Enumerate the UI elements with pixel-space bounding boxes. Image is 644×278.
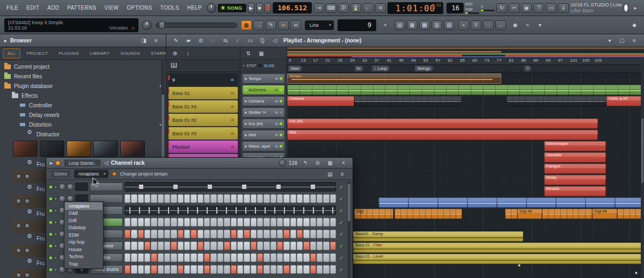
- browser-tab[interactable]: ALL: [3, 48, 20, 58]
- pattern-item[interactable]: Bass 01 ılı: [169, 87, 238, 99]
- step-button[interactable]: [323, 230, 329, 238]
- achievement-button[interactable]: [624, 4, 628, 12]
- step-button[interactable]: [197, 265, 203, 274]
- mute-dot[interactable]: [54, 185, 57, 189]
- step-button[interactable]: [257, 253, 263, 262]
- add-icon[interactable]: +: [243, 64, 245, 68]
- step-button[interactable]: [303, 230, 309, 238]
- picker-filter[interactable]: Ш: [166, 60, 240, 72]
- browser-header[interactable]: ▸ Browser ◨≡: [0, 34, 166, 47]
- step-button[interactable]: [191, 242, 196, 250]
- step-button[interactable]: [178, 265, 184, 274]
- step-button[interactable]: [178, 253, 184, 262]
- value-display[interactable]: 9: [338, 19, 376, 31]
- select-tool-icon[interactable]: ▭: [245, 36, 255, 46]
- track-led[interactable]: [280, 111, 282, 114]
- main-volume-knob[interactable]: [207, 3, 216, 13]
- browser-item[interactable]: Current project: [0, 62, 166, 71]
- timeline-marker[interactable]: ?: [524, 65, 531, 71]
- step-button[interactable]: [191, 230, 196, 238]
- step-button[interactable]: [330, 265, 336, 274]
- wait-for-input-icon[interactable]: ⌛: [350, 3, 361, 13]
- step-button[interactable]: [270, 242, 276, 250]
- track-header[interactable]: AcDrums ılı: [242, 85, 285, 95]
- channel-check-icon[interactable]: [338, 196, 345, 202]
- step-button[interactable]: [138, 242, 144, 250]
- channel-check-icon[interactable]: [338, 184, 345, 190]
- menu-item[interactable]: Hip hop: [65, 239, 103, 246]
- track-header[interactable]: Dry (M) ılı: [242, 119, 285, 129]
- step-button[interactable]: [330, 253, 336, 262]
- step-button[interactable]: [237, 230, 243, 238]
- step-button[interactable]: [184, 230, 190, 238]
- mute-tool-icon[interactable]: ◌: [208, 36, 218, 46]
- step-button[interactable]: [283, 242, 289, 250]
- playlist-clip[interactable]: Digi #8: [592, 209, 618, 219]
- step-button[interactable]: [290, 265, 296, 274]
- step-button[interactable]: [125, 194, 130, 203]
- playlist-clip[interactable]: [394, 209, 462, 219]
- step-button[interactable]: [178, 194, 184, 203]
- step-button[interactable]: [204, 218, 210, 226]
- step-button[interactable]: [138, 230, 144, 238]
- step-button[interactable]: [290, 242, 296, 250]
- step-button[interactable]: [297, 253, 303, 262]
- step-button[interactable]: [244, 218, 250, 226]
- step-button[interactable]: [283, 265, 289, 274]
- step-button[interactable]: [231, 194, 237, 203]
- loop-starter-tab[interactable]: Loop Starter..: [63, 159, 101, 167]
- channel-check-icon[interactable]: [338, 231, 345, 237]
- playlist-clip[interactable]: Vocodex: [544, 152, 606, 163]
- channel-led[interactable]: [49, 257, 52, 259]
- menu-item[interactable]: D&B: [65, 210, 103, 217]
- step-button[interactable]: [317, 242, 323, 250]
- step-button[interactable]: [144, 242, 150, 250]
- mute-dot[interactable]: [54, 232, 57, 236]
- step-button[interactable]: [151, 253, 157, 262]
- step-button[interactable]: [204, 194, 210, 203]
- picker-group-icon[interactable]: ⊕: [170, 48, 180, 58]
- channel-check-icon[interactable]: [338, 255, 345, 261]
- channel-led[interactable]: [49, 186, 52, 188]
- step-slide-switch[interactable]: [258, 64, 262, 67]
- track-header[interactable]: Wave..aper ılı: [242, 141, 285, 151]
- step-button[interactable]: [270, 218, 276, 226]
- monitor-icon[interactable]: ▭: [546, 3, 557, 13]
- browser-toggle-icon[interactable]: ▧: [444, 20, 455, 30]
- step-button[interactable]: [164, 253, 170, 262]
- step-button[interactable]: [178, 242, 184, 250]
- step-button[interactable]: [330, 194, 336, 203]
- mic-monitor-icon[interactable]: ◉: [510, 20, 521, 30]
- waveform-preview[interactable]: [125, 206, 336, 215]
- menu-item[interactable]: FILE: [3, 5, 21, 11]
- playlist-clip[interactable]: Bass 01 - Level: [353, 254, 642, 264]
- playlist-icon[interactable]: ▤: [394, 20, 405, 30]
- step-button[interactable]: [270, 265, 276, 274]
- step-button[interactable]: [237, 242, 243, 250]
- pattern-item[interactable]: Bass 01 #4 ılı: [169, 100, 238, 113]
- channel-led[interactable]: [49, 209, 52, 212]
- plugin-thumbnail[interactable]: [120, 141, 145, 157]
- step-button[interactable]: [158, 230, 164, 238]
- slice-tool-icon[interactable]: ∕: [232, 36, 243, 46]
- browser-item[interactable]: Controller: [0, 100, 166, 110]
- pan-knob[interactable]: [59, 184, 65, 190]
- step-button[interactable]: [277, 194, 283, 203]
- step-button[interactable]: [164, 242, 170, 250]
- step-button[interactable]: [171, 242, 177, 250]
- step-button[interactable]: [171, 230, 177, 238]
- mute-dot[interactable]: [54, 197, 57, 201]
- menu-item[interactable]: House: [65, 246, 103, 253]
- step-button[interactable]: [237, 218, 243, 226]
- step-button[interactable]: [224, 194, 230, 203]
- channel-led[interactable]: [49, 245, 52, 247]
- step-button[interactable]: [231, 230, 237, 238]
- touch-controller-icon[interactable]: #: [471, 20, 481, 30]
- collapse-icon[interactable]: ▸: [50, 160, 53, 166]
- menu-item[interactable]: VIEW: [101, 5, 122, 11]
- browser-tab[interactable]: PLUGINS: [54, 48, 84, 58]
- step-button[interactable]: [317, 253, 323, 262]
- step-button[interactable]: [125, 242, 130, 250]
- step-button[interactable]: [184, 194, 190, 203]
- playlist-clip[interactable]: Flangus: [544, 164, 606, 174]
